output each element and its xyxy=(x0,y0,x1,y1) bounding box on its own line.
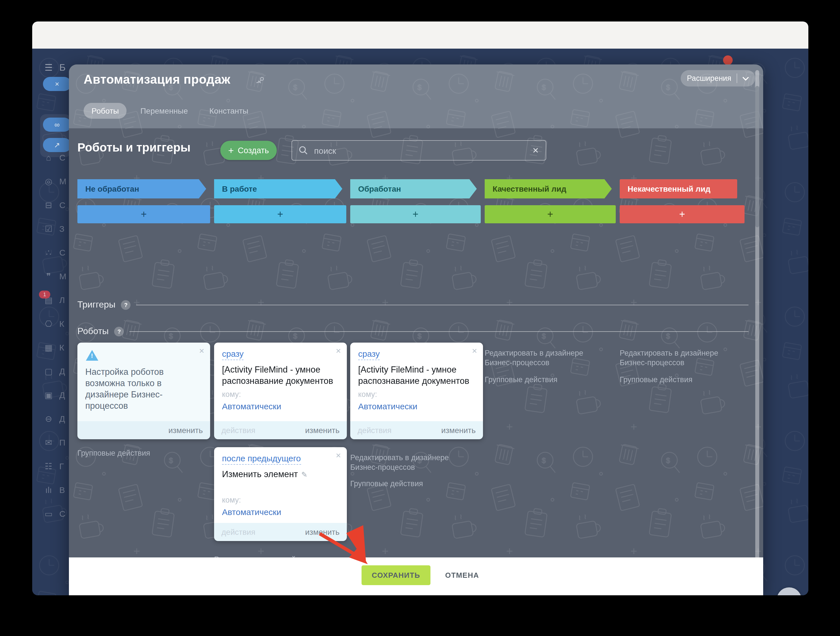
to-label: кому: xyxy=(358,390,475,399)
actions-link[interactable]: действия xyxy=(221,527,255,536)
robots-label: Роботы xyxy=(77,326,109,336)
add-robot-button[interactable]: + xyxy=(77,205,210,223)
robot-title: Изменить элемент✎ xyxy=(222,469,335,481)
close-icon[interactable]: ✕ xyxy=(199,347,204,355)
scrollbar-thumb[interactable] xyxy=(755,86,759,227)
section-divider xyxy=(129,331,748,332)
pipeline-stage[interactable]: Обработан xyxy=(350,179,477,198)
search-box: ✕ xyxy=(292,140,546,161)
close-icon[interactable]: ✕ xyxy=(472,347,477,355)
sidebar-item-icon: ⎔ xyxy=(43,319,55,329)
actions-link[interactable]: действия xyxy=(358,426,392,435)
sidebar-item-icon: ▦ xyxy=(43,343,55,353)
when-link[interactable]: после предыдущего xyxy=(222,453,301,465)
sidebar-item-icon: ▢ xyxy=(43,366,55,377)
group-actions-link[interactable]: Групповые действия xyxy=(350,479,466,489)
close-icon[interactable]: ✕ xyxy=(336,347,341,355)
group-actions-link[interactable]: Групповые действия xyxy=(485,375,600,384)
tab[interactable]: Константы xyxy=(201,103,256,119)
warning-robot-card[interactable]: ✕ Настройка роботов возможна только в ди… xyxy=(77,343,210,439)
sidebar-item-icon: ☷ xyxy=(43,461,55,471)
pipeline-stage[interactable]: В работе xyxy=(214,179,342,198)
when-link[interactable]: сразу xyxy=(358,349,380,360)
close-icon[interactable]: ✕ xyxy=(336,452,341,460)
when-link[interactable]: сразу xyxy=(222,349,243,360)
sidebar-item-icon: ◎ xyxy=(43,176,55,187)
edit-in-designer-link[interactable]: Редактировать в дизайнере Бизнес-процесс… xyxy=(350,453,466,472)
sidebar-item-icon: ▭ xyxy=(43,509,55,519)
sidebar-copy-link-button[interactable]: ∞ xyxy=(43,118,71,132)
robot-card[interactable]: ✕ сразу [Activity FileMind - умное распо… xyxy=(350,343,483,439)
group-actions-link[interactable]: Групповые действия xyxy=(620,375,736,384)
to-label: кому: xyxy=(222,496,339,504)
sidebar-item-label: П xyxy=(59,438,66,447)
edit-in-designer-link[interactable]: Редактировать в дизайнере Бизнес-процесс… xyxy=(620,348,736,367)
edit-link[interactable]: изменить xyxy=(168,426,203,435)
search-input[interactable] xyxy=(313,145,527,156)
sidebar-item-label: Д xyxy=(59,366,65,376)
sidebar-item-label: М xyxy=(59,271,66,281)
add-robot-button[interactable]: + xyxy=(350,205,481,223)
help-icon[interactable]: ? xyxy=(114,326,124,336)
pin-icon[interactable] xyxy=(255,76,265,86)
to-label: кому: xyxy=(222,390,339,399)
right-sidebar: 3 C xyxy=(763,49,808,595)
sidebar-close-button[interactable]: × xyxy=(43,77,71,91)
tab[interactable]: Роботы xyxy=(84,103,127,119)
edit-link[interactable]: изменить xyxy=(305,426,339,435)
modal-tabs: РоботыПеременныеКонстанты xyxy=(84,103,256,119)
robot-card[interactable]: ✕ сразу [Activity FileMind - умное распо… xyxy=(214,343,347,439)
robot-title: [Activity FileMind - умное распознавание… xyxy=(222,364,335,387)
sidebar-item-label: Д xyxy=(59,414,65,424)
sidebar-item-badge: 1 xyxy=(39,291,50,299)
sidebar-item-icon: ☑ xyxy=(43,224,55,234)
sidebar-item-icon: ✉ xyxy=(43,438,55,448)
robots-section-row: Роботы ? xyxy=(77,326,748,336)
edit-in-designer-link[interactable]: Редактировать в дизайнере Бизнес-процесс… xyxy=(485,348,600,367)
group-actions-link[interactable]: Групповые действия xyxy=(77,448,193,458)
help-icon[interactable]: ? xyxy=(121,300,131,310)
menu-hamburger-icon[interactable]: ☰ xyxy=(43,62,55,73)
triggers-section-row: Триггеры ? xyxy=(77,300,748,310)
clear-search-icon[interactable]: ✕ xyxy=(532,146,539,155)
sidebar-open-external-button[interactable]: ↗ xyxy=(43,138,71,152)
modal-footer: СОХРАНИТЬ ОТМЕНА xyxy=(69,557,763,595)
edit-link[interactable]: изменить xyxy=(441,426,476,435)
plus-icon: + xyxy=(228,146,234,155)
add-robot-button[interactable]: + xyxy=(214,205,346,223)
modal-scrollbar[interactable] xyxy=(755,70,759,589)
pipeline-stage[interactable]: Некачественный лид xyxy=(620,179,737,198)
sidebar-item-label: В xyxy=(59,485,65,495)
robot-card[interactable]: ✕ после предыдущего Изменить элемент✎ ко… xyxy=(214,447,347,541)
chevron-down-icon xyxy=(742,76,749,81)
pencil-icon[interactable]: ✎ xyxy=(302,470,308,479)
sidebar-item-label: С xyxy=(59,153,66,162)
modal-header: Автоматизация продаж Расширения РоботыПе… xyxy=(69,65,763,128)
to-value-link[interactable]: Автоматически xyxy=(222,507,339,517)
edit-link[interactable]: изменить xyxy=(305,527,339,536)
actions-link[interactable]: действия xyxy=(221,426,255,435)
sidebar-item-label: Г xyxy=(59,461,64,471)
save-button[interactable]: СОХРАНИТЬ xyxy=(362,565,431,585)
pipeline-stage[interactable]: Не обработан xyxy=(77,179,206,198)
pipeline-stage[interactable]: Качественный лид xyxy=(485,179,612,198)
screenshot-stage: 24 https://your-portal.bitrix24.ru/crm/l… xyxy=(0,0,840,636)
modal-content: Роботы и триггеры + Создать ✕ Не обработ… xyxy=(69,128,763,557)
to-value-link[interactable]: Автоматически xyxy=(358,401,475,411)
add-robot-button[interactable]: + xyxy=(620,205,745,223)
tab[interactable]: Переменные xyxy=(133,103,196,119)
add-robot-button[interactable]: + xyxy=(485,205,616,223)
sidebar-item-icon: ⊖ xyxy=(43,414,55,424)
to-value-link[interactable]: Автоматически xyxy=(222,401,339,411)
triggers-label: Триггеры xyxy=(77,300,115,310)
sidebar-item-label: З xyxy=(59,224,65,234)
sidebar-item-icon: ⊟ xyxy=(43,200,55,210)
sidebar-item-label: М xyxy=(59,176,66,186)
sidebar-item-label: Л xyxy=(59,295,65,305)
sidebar-item-label: К xyxy=(59,319,65,329)
extensions-button[interactable]: Расширения xyxy=(681,70,755,87)
cancel-button[interactable]: ОТМЕНА xyxy=(445,565,479,585)
browser-toolbar: 24 https://your-portal.bitrix24.ru/crm/l… xyxy=(32,22,808,49)
sidebar-brand-letter: Б xyxy=(59,62,66,73)
create-button[interactable]: + Создать xyxy=(220,141,277,160)
